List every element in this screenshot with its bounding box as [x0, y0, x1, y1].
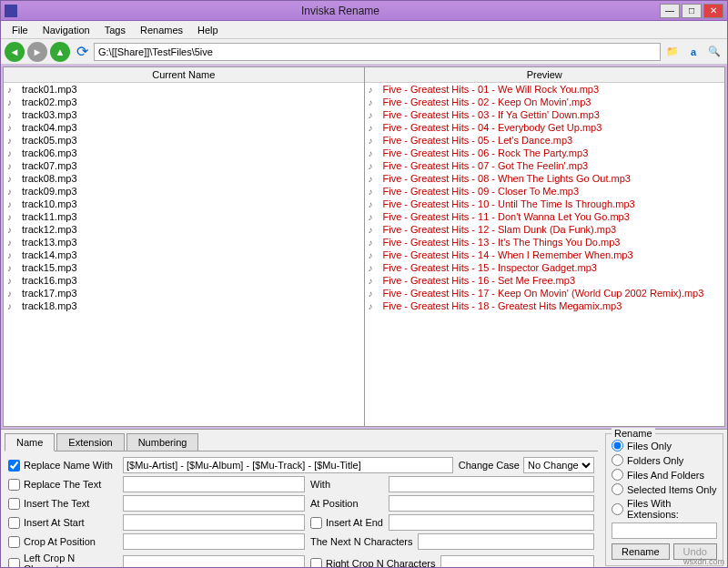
minimize-button[interactable]: — [660, 4, 680, 18]
file-row[interactable]: track08.mp3 [4, 172, 364, 185]
file-row[interactable]: Five - Greatest Hits - 11 - Don't Wanna … [365, 210, 725, 223]
music-file-icon [369, 300, 379, 311]
file-row[interactable]: Five - Greatest Hits - 06 - Rock The Par… [365, 147, 725, 159]
right-crop-input[interactable] [440, 555, 594, 568]
file-row[interactable]: track12.mp3 [4, 223, 364, 236]
file-row[interactable]: track04.mp3 [4, 121, 364, 134]
rename-button[interactable]: Rename [612, 543, 670, 560]
file-row[interactable]: Five - Greatest Hits - 17 - Keep On Movi… [365, 287, 725, 299]
files-only-radio[interactable] [612, 440, 623, 451]
file-row[interactable]: track03.mp3 [4, 108, 364, 121]
file-row[interactable]: Five - Greatest Hits - 09 - Closer To Me… [365, 185, 725, 198]
tab-name[interactable]: Name [5, 433, 55, 451]
music-file-icon [7, 249, 18, 260]
insert-end-checkbox[interactable] [310, 517, 322, 529]
insert-text-checkbox[interactable] [8, 498, 20, 510]
file-row[interactable]: Five - Greatest Hits - 13 - It's The Thi… [365, 236, 725, 248]
tab-strip: Name Extension Numbering [5, 433, 598, 451]
folders-only-radio[interactable] [612, 454, 623, 466]
menu-file[interactable]: File [5, 23, 35, 37]
insert-text-input[interactable] [123, 495, 305, 512]
file-row[interactable]: Five - Greatest Hits - 10 - Until The Ti… [365, 198, 725, 210]
music-file-icon [369, 109, 379, 120]
file-name: track04.mp3 [22, 122, 77, 133]
selected-only-radio[interactable] [612, 483, 623, 495]
file-row[interactable]: Five - Greatest Hits - 15 - Inspector Ga… [365, 261, 725, 274]
rename-legend: Rename [612, 428, 655, 439]
at-position-input[interactable] [389, 495, 594, 512]
file-row[interactable]: Five - Greatest Hits - 07 - Got The Feel… [365, 159, 725, 172]
file-row[interactable]: track10.mp3 [4, 198, 364, 210]
preview-name: Five - Greatest Hits - 14 - When I Remem… [383, 249, 633, 260]
replace-name-input[interactable] [123, 457, 453, 473]
file-row[interactable]: Five - Greatest Hits - 04 - Everybody Ge… [365, 121, 725, 134]
forward-button[interactable]: ► [27, 42, 47, 62]
preview-name: Five - Greatest Hits - 17 - Keep On Movi… [383, 288, 704, 299]
files-folders-radio[interactable] [612, 469, 623, 481]
back-button[interactable]: ◄ [5, 42, 25, 62]
file-row[interactable]: Five - Greatest Hits - 02 - Keep On Movi… [365, 96, 725, 108]
menu-tags[interactable]: Tags [97, 23, 133, 37]
file-name: track13.mp3 [22, 237, 77, 248]
file-row[interactable]: Five - Greatest Hits - 18 - Greatest Hit… [365, 299, 725, 312]
file-row[interactable]: Five - Greatest Hits - 16 - Set Me Free.… [365, 274, 725, 287]
music-file-icon [7, 300, 18, 311]
file-row[interactable]: Five - Greatest Hits - 03 - If Ya Gettin… [365, 108, 725, 121]
file-name: track06.mp3 [22, 147, 77, 158]
replace-name-checkbox[interactable] [8, 460, 20, 472]
ext-input[interactable] [612, 522, 717, 539]
file-row[interactable]: Five - Greatest Hits - 14 - When I Remem… [365, 248, 725, 261]
file-row[interactable]: track06.mp3 [4, 147, 364, 159]
file-row[interactable]: Five - Greatest Hits - 12 - Slam Dunk (D… [365, 223, 725, 236]
file-row[interactable]: track09.mp3 [4, 185, 364, 198]
file-row[interactable]: track05.mp3 [4, 134, 364, 147]
file-row[interactable]: track15.mp3 [4, 261, 364, 274]
right-crop-checkbox[interactable] [310, 558, 322, 569]
file-row[interactable]: track17.mp3 [4, 287, 364, 299]
file-row[interactable]: track18.mp3 [4, 299, 364, 312]
menu-navigation[interactable]: Navigation [35, 23, 97, 37]
next-n-input[interactable] [418, 533, 594, 550]
file-name: track18.mp3 [22, 300, 77, 311]
file-row[interactable]: track14.mp3 [4, 248, 364, 261]
refresh-icon[interactable]: ⟳ [73, 43, 91, 61]
left-crop-checkbox[interactable] [8, 558, 20, 569]
left-crop-input[interactable] [123, 555, 305, 568]
file-row[interactable]: Five - Greatest Hits - 01 - We Will Rock… [365, 83, 725, 96]
tab-numbering[interactable]: Numbering [126, 433, 199, 451]
preview-list[interactable]: Five - Greatest Hits - 01 - We Will Rock… [365, 83, 725, 426]
change-case-label: Change Case [459, 460, 520, 471]
current-list[interactable]: track01.mp3track02.mp3track03.mp3track04… [4, 83, 364, 426]
replace-text-input[interactable] [123, 476, 305, 492]
music-file-icon [7, 84, 18, 95]
search-icon[interactable]: 🔍 [705, 43, 723, 61]
close-button[interactable]: ✕ [703, 4, 723, 18]
insert-start-checkbox[interactable] [8, 517, 20, 529]
insert-start-input[interactable] [123, 514, 305, 531]
file-row[interactable]: track07.mp3 [4, 159, 364, 172]
file-row[interactable]: track13.mp3 [4, 236, 364, 248]
music-file-icon [7, 186, 18, 197]
path-input[interactable] [94, 43, 661, 61]
maximize-button[interactable]: □ [682, 4, 702, 18]
crop-pos-input[interactable] [123, 533, 305, 550]
file-row[interactable]: track16.mp3 [4, 274, 364, 287]
file-row[interactable]: Five - Greatest Hits - 05 - Let's Dance.… [365, 134, 725, 147]
tab-extension[interactable]: Extension [56, 433, 124, 451]
crop-pos-checkbox[interactable] [8, 536, 20, 548]
change-case-select[interactable]: No Change [523, 457, 594, 473]
with-ext-radio[interactable] [612, 503, 623, 515]
replace-text-checkbox[interactable] [8, 479, 20, 491]
up-button[interactable]: ▲ [50, 42, 70, 62]
file-row[interactable]: Five - Greatest Hits - 08 - When The Lig… [365, 172, 725, 185]
amazon-icon[interactable]: a [684, 43, 703, 61]
folder-icon[interactable]: 📁 [663, 43, 682, 61]
menu-help[interactable]: Help [190, 23, 226, 37]
app-icon [5, 5, 17, 17]
file-row[interactable]: track01.mp3 [4, 83, 364, 96]
menu-renames[interactable]: Renames [133, 23, 190, 37]
file-row[interactable]: track11.mp3 [4, 210, 364, 223]
file-row[interactable]: track02.mp3 [4, 96, 364, 108]
with-input[interactable] [389, 476, 594, 492]
insert-end-input[interactable] [389, 514, 594, 531]
